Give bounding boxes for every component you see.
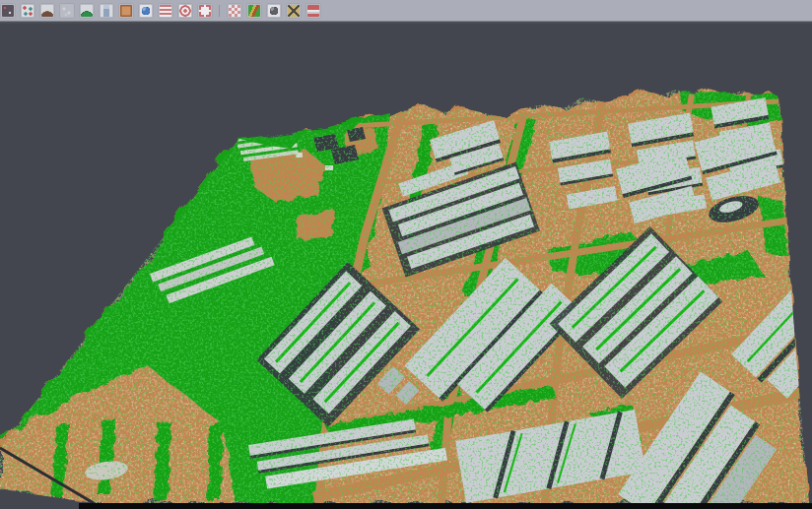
histogram-column-icon[interactable] (99, 3, 114, 19)
sparse-points-icon[interactable] (59, 3, 75, 19)
toolbar (0, 0, 812, 22)
target-circle-icon[interactable] (177, 3, 193, 19)
toolbar-separator (217, 3, 223, 19)
vegetation-mound-icon[interactable] (79, 3, 95, 19)
bottom-bar (79, 503, 812, 509)
dark-sphere-icon[interactable] (266, 3, 282, 19)
3d-viewport[interactable] (0, 22, 812, 509)
flag-tool-icon[interactable] (286, 3, 302, 19)
checker-tile-icon[interactable] (227, 3, 242, 19)
red-layers-icon[interactable] (158, 3, 173, 19)
point-cloud-scene (0, 24, 812, 509)
striped-flag-icon[interactable] (305, 3, 321, 19)
crop-brackets-icon[interactable] (197, 3, 213, 19)
point-cloud-dark-icon[interactable] (0, 3, 16, 19)
application-window (0, 0, 812, 509)
ortho-tile-icon[interactable] (118, 3, 134, 19)
colored-points-icon[interactable] (20, 3, 35, 19)
classified-map-icon[interactable] (246, 3, 262, 19)
globe-icon[interactable] (138, 3, 154, 19)
terrain-mound-icon[interactable] (39, 3, 55, 19)
